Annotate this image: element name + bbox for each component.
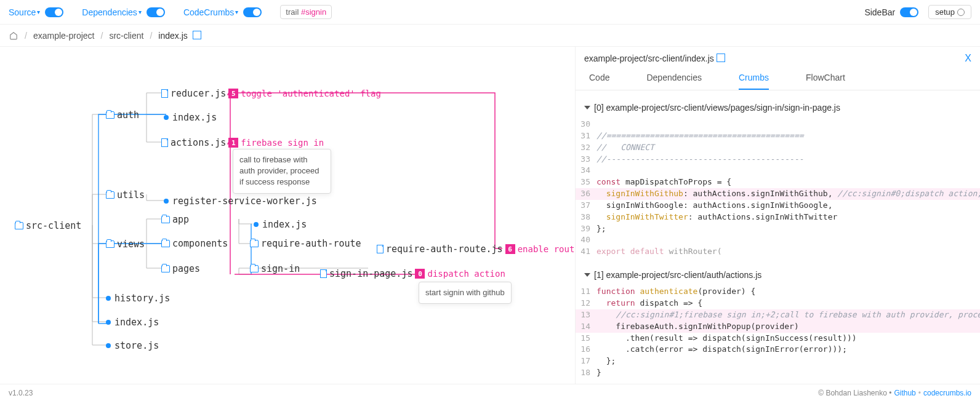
node-index-app[interactable]: index.js (254, 219, 307, 230)
source-toggle[interactable]: Source▾ (9, 7, 63, 17)
code-line: 41export default withRouter( (576, 246, 980, 258)
trail-prefix: trail (286, 7, 301, 17)
folder-icon (106, 191, 114, 199)
source-switch[interactable] (45, 7, 63, 17)
line-number: 14 (576, 321, 596, 333)
trail-selector[interactable]: trail #signin (280, 5, 332, 19)
line-number: 36 (576, 188, 596, 200)
node-index-auth[interactable]: index.js (164, 112, 217, 123)
code-text: //cc:signin#1;firebase sign in;+2;call t… (596, 309, 980, 321)
dependencies-toggle[interactable]: Dependencies▾ (82, 7, 165, 17)
tab-crumbs[interactable]: Crumbs (739, 73, 769, 90)
breadcrumb-item[interactable]: src-client (109, 31, 143, 41)
code-line: 13 //cc:signin#1;firebase sign in;+2;cal… (576, 309, 980, 321)
sidebar-toggle[interactable]: SideBar (864, 7, 918, 17)
footer: v1.0.23 © Bohdan Liashenko • Github • co… (0, 384, 980, 401)
tab-code[interactable]: Code (589, 73, 609, 90)
node-sign-in[interactable]: sign-in (250, 263, 300, 274)
code-text: //======================================… (596, 130, 804, 142)
line-number: 11 (576, 286, 596, 298)
crumb-section-title: [1] example-project/src-client/auth/acti… (594, 270, 761, 280)
node-label: sign-in-page.js (329, 268, 412, 279)
tooltip-text: call to firebase with auth provider, pro… (239, 155, 319, 186)
node-label: index.js (172, 112, 217, 123)
node-sign-in-page-js[interactable]: sign-in-page.js0dispatch action (320, 268, 505, 279)
node-actions[interactable]: actions.js1firebase sign in (161, 137, 324, 148)
version-label: v1.0.23 (9, 389, 33, 397)
folder-icon (106, 111, 114, 119)
line-number: 12 (576, 298, 596, 309)
copy-icon[interactable] (194, 32, 201, 39)
node-history[interactable]: history.js (106, 293, 170, 304)
folder-icon (106, 240, 114, 248)
line-number: 37 (576, 200, 596, 212)
gear-icon (957, 9, 965, 16)
code-text: return dispatch => { (596, 298, 702, 309)
crumb-section-head[interactable]: [1] example-project/src-client/auth/acti… (576, 264, 980, 286)
site-link[interactable]: codecrumbs.io (923, 389, 971, 397)
node-label: utils (117, 189, 145, 200)
dependencies-switch[interactable] (147, 7, 165, 17)
breadcrumb-item[interactable]: example-project (33, 31, 95, 41)
node-label: register-service-worker.js (172, 196, 317, 207)
node-label: components (172, 238, 228, 249)
trail-tag: #signin (301, 7, 326, 17)
breadcrumb-sep: / (150, 31, 152, 41)
home-icon[interactable] (9, 31, 18, 40)
node-utils[interactable]: utils (106, 189, 145, 200)
line-number: 35 (576, 177, 596, 188)
node-views[interactable]: views (106, 239, 145, 250)
node-label: pages (172, 263, 200, 274)
dot-icon (164, 199, 169, 204)
node-require-auth-route-js[interactable]: require-auth-route.js6enable route (377, 244, 575, 255)
code-text: .catch(error => dispatch(signInError(err… (596, 344, 847, 355)
setup-button[interactable]: setup (928, 5, 971, 19)
crumb-badge-1[interactable]: 1 (228, 138, 238, 148)
crumb-badge-6[interactable]: 6 (505, 244, 515, 254)
node-auth[interactable]: auth (106, 109, 139, 121)
codecrumbs-switch[interactable] (243, 7, 262, 17)
diagram-canvas[interactable]: src-client auth utils views history.js i… (0, 47, 575, 384)
node-pages[interactable]: pages (161, 263, 200, 274)
node-app[interactable]: app (161, 214, 189, 225)
code-text: .then(result => dispatch(signInSuccess(r… (596, 333, 857, 344)
node-label: sign-in (261, 263, 300, 274)
copy-icon[interactable] (718, 55, 725, 62)
node-label: actions.js (171, 137, 226, 148)
node-components[interactable]: components (161, 238, 228, 249)
node-label: history.js (114, 293, 170, 304)
github-link[interactable]: Github (894, 389, 915, 397)
code-text: } (596, 367, 601, 379)
chevron-down-icon: ▾ (139, 9, 142, 15)
chevron-down-icon (584, 273, 590, 277)
node-label: require-auth-route (261, 238, 361, 249)
line-number: 16 (576, 344, 596, 355)
tab-dependencies[interactable]: Dependencies (646, 73, 702, 90)
code-block: 3031//==================================… (576, 119, 980, 264)
tab-flowchart[interactable]: FlowChart (806, 73, 845, 90)
node-store[interactable]: store.js (106, 340, 159, 351)
node-src-client[interactable]: src-client (15, 220, 81, 231)
dot-icon (106, 343, 111, 348)
crumb-section-head[interactable]: [0] example-project/src-client/views/pag… (576, 97, 980, 119)
node-register-sw[interactable]: register-service-worker.js (164, 196, 317, 207)
code-line: 36 signInWithGithub: authActions.signInW… (576, 188, 980, 200)
line-number: 32 (576, 142, 596, 154)
code-line: 32// CONNECT (576, 142, 980, 154)
crumb-badge-5[interactable]: 5 (228, 89, 238, 98)
code-text: const mapDispatchToProps = { (596, 177, 731, 188)
node-label: views (117, 239, 145, 250)
close-icon[interactable]: X (965, 53, 971, 64)
breadcrumb-sep: / (101, 31, 103, 41)
tooltip-c1: call to firebase with auth provider, pro… (233, 149, 331, 194)
line-number: 33 (576, 154, 596, 165)
top-toolbar: Source▾ Dependencies▾ CodeCrumbs▾ trail … (0, 0, 980, 25)
node-index-root[interactable]: index.js (106, 317, 159, 328)
sidebar-switch[interactable] (900, 7, 918, 17)
code-text: }; (596, 223, 606, 235)
node-require-auth-route[interactable]: require-auth-route (250, 238, 361, 249)
node-reducer[interactable]: reducer.js5toggle 'authenticated' flag (161, 88, 381, 99)
codecrumbs-toggle[interactable]: CodeCrumbs▾ (183, 7, 262, 17)
node-label: src-client (26, 220, 81, 231)
crumb-badge-0[interactable]: 0 (415, 269, 425, 279)
